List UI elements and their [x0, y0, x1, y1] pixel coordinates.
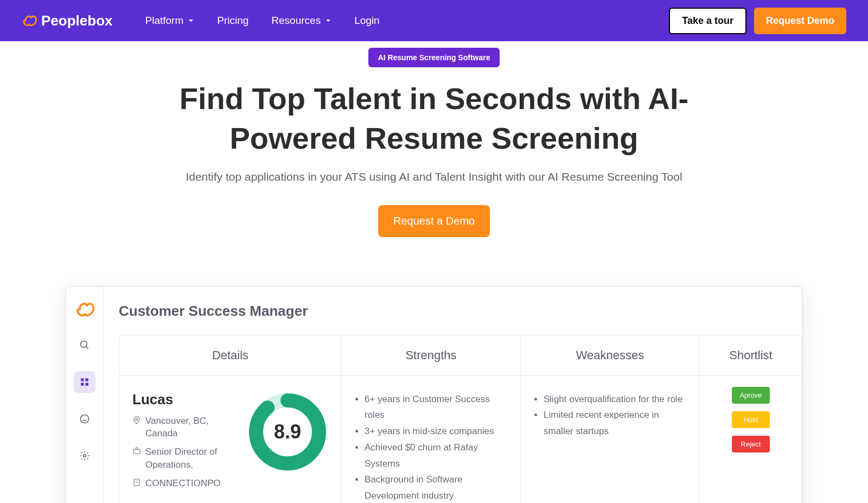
candidate-name: Lucas [132, 391, 234, 408]
chevron-down-icon [325, 17, 331, 24]
svg-line-1 [86, 346, 88, 348]
logo[interactable]: Peoplebox [22, 12, 112, 29]
nav-platform-label: Platform [145, 15, 183, 27]
svg-rect-2 [81, 378, 84, 381]
cell-strengths: 6+ years in Customer Success roles 3+ ye… [342, 376, 521, 503]
svg-rect-9 [133, 450, 140, 454]
list-item: Achieved $0 churn at Rafay Systems [365, 440, 507, 472]
content: Customer Success Manager Details Strengt… [104, 286, 802, 503]
cell-details: Lucas Vancouver, BC, Canada Senior Direc… [119, 376, 342, 503]
svg-point-8 [136, 418, 138, 420]
request-demo-button[interactable]: Request Demo [754, 8, 846, 34]
svg-point-0 [80, 341, 87, 347]
hero: AI Resume Screening Software Find Top Ta… [0, 41, 868, 259]
chevron-down-icon [188, 17, 194, 24]
location-icon [132, 416, 141, 424]
nav-right: Take a tour Request Demo [669, 8, 846, 34]
list-item: Background in Software Development indus… [365, 472, 507, 503]
location-text: Vancouver, BC, Canada [145, 415, 234, 441]
th-strengths: Strengths [342, 335, 521, 375]
hold-button[interactable]: Hold [732, 411, 770, 428]
nav-resources[interactable]: Resources [271, 15, 331, 27]
svg-rect-5 [85, 383, 88, 385]
navbar: Peoplebox Platform Pricing Resources Log… [0, 0, 868, 41]
th-details: Details [119, 335, 342, 375]
nav-resources-label: Resources [271, 15, 321, 27]
reject-button[interactable]: Reject [732, 436, 770, 453]
briefcase-icon [132, 447, 141, 455]
table-row: Lucas Vancouver, BC, Canada Senior Direc… [119, 376, 802, 503]
strengths-list: 6+ years in Customer Success roles 3+ ye… [355, 391, 507, 503]
nav-left: Peoplebox Platform Pricing Resources Log… [22, 12, 380, 29]
settings-icon[interactable] [74, 445, 95, 467]
role-text: Senior Director of Operations, [145, 445, 234, 472]
svg-point-7 [83, 454, 86, 457]
building-icon [132, 478, 141, 487]
candidate-company: CONNECTIONPO [132, 477, 234, 490]
app-preview: Customer Success Manager Details Strengt… [65, 286, 803, 503]
th-shortlist: Shortlist [700, 335, 802, 375]
candidate-table: Details Strengths Weaknesses Shortlist L… [119, 335, 802, 503]
candidate-info: Lucas Vancouver, BC, Canada Senior Direc… [132, 391, 234, 503]
cell-shortlist: Aprove Hold Reject [700, 376, 802, 503]
request-demo-cta[interactable]: Request a Demo [378, 205, 490, 237]
search-icon[interactable] [74, 334, 95, 356]
cell-weaknesses: Slight overqualification for the role Li… [521, 376, 700, 503]
score-value: 8.9 [274, 421, 301, 443]
list-item: 6+ years in Customer Success roles [365, 391, 507, 424]
score-ring: 8.9 [247, 391, 328, 473]
svg-point-6 [80, 415, 88, 423]
hero-title: Find Top Talent in Seconds with AI-Power… [136, 79, 732, 158]
nav-platform[interactable]: Platform [145, 15, 194, 27]
nav-login[interactable]: Login [354, 15, 380, 27]
hero-subtitle: Identify top applications in your ATS us… [11, 170, 857, 183]
approve-button[interactable]: Aprove [732, 387, 770, 404]
nav-pricing[interactable]: Pricing [217, 15, 248, 27]
sidebar [66, 286, 104, 503]
logo-icon [22, 13, 37, 28]
weaknesses-list: Slight overqualification for the role Li… [534, 391, 686, 440]
table-head: Details Strengths Weaknesses Shortlist [119, 335, 802, 376]
preview-wrapper: Customer Success Manager Details Strengt… [54, 286, 814, 503]
svg-rect-4 [81, 383, 84, 385]
list-item: Limited recent experience in smaller sta… [544, 407, 686, 440]
svg-rect-10 [134, 479, 139, 486]
job-title: Customer Success Manager [119, 303, 802, 320]
candidate-role: Senior Director of Operations, [132, 445, 234, 472]
list-item: Slight overqualification for the role [544, 391, 686, 408]
nav-login-label: Login [354, 15, 380, 27]
nav-pricing-label: Pricing [217, 15, 248, 27]
svg-rect-3 [85, 378, 88, 381]
app-logo-icon [75, 300, 94, 319]
hero-badge: AI Resume Screening Software [368, 48, 500, 67]
logo-text: Peoplebox [41, 12, 112, 29]
candidate-location: Vancouver, BC, Canada [132, 415, 234, 441]
grid-icon[interactable] [74, 371, 95, 393]
list-item: 3+ years in mid-size companies [365, 423, 507, 440]
chat-icon[interactable] [74, 408, 95, 430]
nav-links: Platform Pricing Resources Login [145, 15, 379, 27]
th-weaknesses: Weaknesses [521, 335, 700, 375]
company-text: CONNECTIONPO [145, 477, 221, 490]
take-tour-button[interactable]: Take a tour [669, 8, 746, 34]
